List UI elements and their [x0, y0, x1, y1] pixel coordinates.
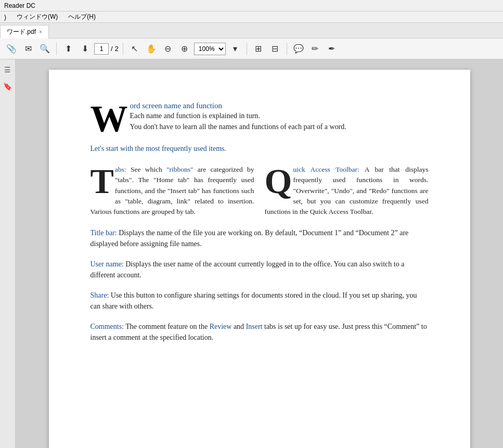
drop-cap-w: W [91, 103, 128, 135]
menu-bar: ) ウィンドウ(W) ヘルプ(H) [0, 11, 503, 23]
quick-access-column: Q uick Access Toolbar: A bar that displa… [265, 164, 429, 217]
share-section: Share: Use this button to configure shar… [91, 290, 429, 312]
heading-body-line1: You don't have to learn all the names an… [91, 121, 429, 132]
separator-2 [123, 43, 123, 55]
quick-heading: uick Access Toolbar: [293, 165, 359, 173]
tab-close-button[interactable]: × [39, 29, 42, 35]
comments-section: Comments: The comment feature on the Rev… [91, 321, 429, 343]
app-title: Reader DC [4, 2, 35, 9]
separator-1 [56, 43, 57, 55]
user-name-label: User name: [91, 260, 124, 268]
pdf-viewport[interactable]: W ord screen name and function Each name… [16, 59, 503, 448]
page-number-input[interactable] [94, 43, 109, 55]
title-bar-body: Displays the name of the file you are wo… [91, 229, 409, 248]
pdf-page: W ord screen name and function Each name… [49, 70, 470, 448]
user-name-section: User name: Displays the user name of the… [91, 259, 429, 280]
comments-text: Comments: The comment feature on the Rev… [91, 323, 427, 341]
two-column-section: T abs: See which "ribbons" are categoriz… [91, 164, 429, 217]
menu-item-help[interactable]: ヘルプ(H) [66, 11, 98, 22]
next-page-button[interactable]: ⬇ [78, 42, 92, 56]
comments-label: Comments: [91, 323, 124, 330]
zoom-select[interactable]: 100% 50% 75% 125% 150% 200% [194, 43, 226, 55]
tab-label: ワード.pdf [7, 28, 36, 36]
drop-cap-t: T [91, 167, 114, 197]
comment-icon[interactable]: 💬 [291, 42, 306, 56]
email-icon[interactable]: ✉ [21, 42, 35, 56]
search-icon[interactable]: 🔍 [37, 42, 52, 56]
sidebar-bookmark-icon[interactable]: 🔖 [2, 80, 14, 93]
select-cursor-icon[interactable]: ↖ [127, 42, 142, 56]
tabs-column: T abs: See which "ribbons" are categoriz… [91, 164, 254, 217]
hand-tool-icon[interactable]: ✋ [144, 42, 159, 56]
heading-body-line2: Let's start with the most frequently use… [91, 143, 429, 154]
user-name-body: Displays the user name of the account cu… [91, 260, 405, 279]
user-name-text: User name: Displays the user name of the… [91, 260, 405, 279]
menu-item-back[interactable]: ) [2, 12, 8, 22]
separator-4 [287, 43, 287, 55]
zoom-in-icon[interactable]: ⊕ [177, 42, 192, 56]
heading-link-text: ord screen name and function [130, 101, 222, 110]
draw-icon[interactable]: ✏ [308, 42, 323, 56]
comments-and: and [231, 323, 246, 330]
comments-review-link: Review [210, 323, 232, 330]
share-body: Use this button to configure sharing set… [91, 291, 417, 310]
fit-page-icon[interactable]: ⊞ [251, 42, 266, 56]
comments-body: The comment feature on the [125, 323, 209, 330]
title-bar-text: Title bar: Displays the name of the file… [91, 229, 409, 248]
pdf-tab[interactable]: ワード.pdf × [0, 25, 49, 39]
tab-bar: ワード.pdf × [0, 23, 503, 39]
left-sidebar: ☰ 🔖 [0, 59, 16, 448]
page-nav: / 2 [94, 43, 119, 55]
menu-item-window[interactable]: ウィンドウ(W) [15, 11, 60, 22]
title-bar: Reader DC [0, 0, 503, 11]
heading-title: ord screen name and function [91, 101, 429, 110]
main-area: ☰ 🔖 W ord screen name and function Each … [0, 59, 503, 448]
toolbar: 📎 ✉ 🔍 ⬆ ⬇ / 2 ↖ ✋ ⊖ ⊕ 100% 50% 75% 125% … [0, 39, 503, 59]
zoom-dropdown-icon[interactable]: ▾ [228, 42, 242, 56]
zoom-out-icon[interactable]: ⊖ [161, 42, 175, 56]
sidebar-nav-icon[interactable]: ☰ [2, 63, 14, 76]
page-separator: / [111, 45, 113, 53]
title-bar-section: Title bar: Displays the name of the file… [91, 227, 429, 249]
separator-3 [247, 43, 247, 55]
heading-section: W ord screen name and function Each name… [91, 101, 429, 135]
comments-insert-link: Insert [246, 323, 263, 330]
total-pages: 2 [115, 45, 119, 53]
title-bar-label: Title bar: [91, 229, 117, 237]
sign-icon[interactable]: ✒ [325, 42, 339, 56]
share-label: Share: [91, 291, 109, 299]
share-text: Share: Use this button to configure shar… [91, 291, 417, 310]
drop-cap-q: Q [265, 167, 292, 197]
prev-page-button[interactable]: ⬆ [61, 42, 75, 56]
attachment-icon[interactable]: 📎 [4, 42, 19, 56]
rotate-icon[interactable]: ⊟ [268, 42, 282, 56]
heading-content: ord screen name and function Each name a… [91, 101, 429, 132]
tabs-heading: abs: [115, 165, 126, 173]
heading-subtext: Each name and function is explained in t… [91, 110, 429, 121]
